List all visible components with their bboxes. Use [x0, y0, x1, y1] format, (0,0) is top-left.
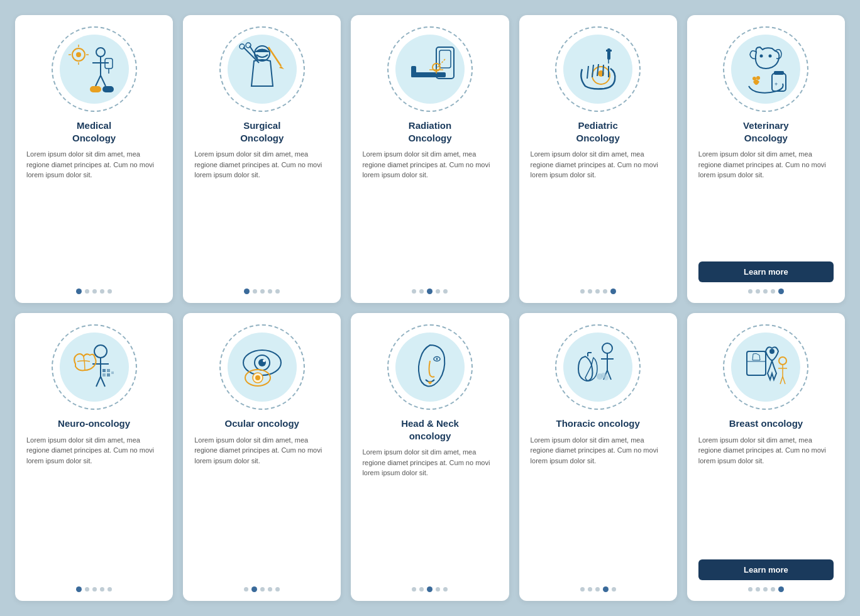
dot-3	[763, 289, 768, 294]
dot-1	[748, 587, 752, 591]
dot-2	[253, 289, 257, 294]
svg-line-32	[592, 65, 593, 77]
neuro-oncology-icon	[66, 339, 123, 395]
dot-4	[603, 289, 607, 294]
svg-rect-53	[102, 373, 106, 377]
dot-5	[275, 587, 280, 591]
pediatric-oncology-icon	[570, 41, 626, 97]
svg-rect-52	[107, 369, 110, 372]
card-radiation-oncology: Radiation Oncology Lorem ipsum dolor sit…	[351, 15, 509, 303]
dot-5	[443, 289, 448, 294]
pediatric-oncology-dots	[580, 289, 616, 294]
card-thoracic-oncology: Thoracic oncology Lorem ipsum dolor sit …	[519, 313, 677, 601]
breast-oncology-title: Breast oncology	[729, 417, 803, 430]
dot-3	[595, 289, 600, 294]
dot-5	[108, 289, 112, 294]
dot-4	[268, 587, 272, 591]
radiation-oncology-icon	[402, 41, 458, 97]
dot-5	[443, 587, 448, 591]
dot-1	[580, 289, 585, 294]
dot-5	[108, 587, 112, 591]
svg-rect-24	[411, 66, 416, 77]
svg-point-41	[752, 77, 756, 80]
dot-1	[748, 289, 752, 294]
svg-point-15	[255, 46, 270, 61]
ocular-oncology-icon	[234, 339, 290, 395]
dot-2	[419, 587, 424, 591]
breast-oncology-icon-area	[722, 323, 810, 411]
thoracic-oncology-text: Lorem ipsum dolor sit dim amet, mea regi…	[531, 435, 666, 581]
surgical-oncology-dots	[244, 289, 280, 294]
pediatric-oncology-icon-area	[554, 25, 642, 113]
breast-oncology-icon	[737, 339, 794, 395]
veterinary-oncology-icon: +	[737, 41, 794, 97]
card-neuro-oncology: Neuro-oncology Lorem ipsum dolor sit dim…	[15, 313, 173, 601]
dot-1	[412, 587, 416, 591]
head-neck-oncology-dots	[412, 586, 448, 592]
breast-learn-more-button[interactable]: Learn more	[698, 559, 834, 580]
dot-5	[610, 289, 616, 294]
breast-oncology-dots	[748, 586, 784, 592]
radiation-oncology-text: Lorem ipsum dolor sit dim amet, mea regi…	[362, 149, 497, 282]
svg-point-39	[760, 55, 763, 58]
svg-point-46	[94, 345, 107, 358]
svg-point-78	[779, 357, 786, 365]
dot-4	[771, 587, 775, 591]
thoracic-oncology-dots	[580, 586, 616, 592]
svg-line-81	[780, 377, 783, 384]
medical-oncology-title: Medical Oncology	[72, 119, 116, 144]
dot-3	[260, 587, 265, 591]
svg-text:+: +	[775, 81, 778, 87]
thoracic-oncology-icon-area	[554, 323, 642, 411]
dot-3	[763, 587, 768, 591]
card-medical-oncology: Medical Oncology Lorem ipsum dolor sit d…	[15, 15, 173, 303]
dot-1	[76, 586, 82, 592]
radiation-oncology-dots	[412, 289, 448, 294]
svg-line-82	[783, 377, 785, 384]
ocular-oncology-title: Ocular oncology	[225, 417, 299, 430]
ocular-oncology-icon-area	[218, 323, 306, 411]
svg-line-34	[603, 65, 604, 76]
svg-line-10	[101, 75, 106, 86]
svg-point-74	[604, 375, 609, 380]
dot-3	[260, 289, 265, 294]
dot-3	[595, 587, 600, 591]
card-head-neck-oncology: Head & Neck oncology Lorem ipsum dolor s…	[351, 313, 509, 601]
svg-point-18	[240, 44, 245, 49]
dot-1	[76, 289, 82, 294]
veterinary-oncology-icon-area: +	[722, 25, 810, 113]
svg-rect-14	[102, 86, 114, 92]
surgical-oncology-text: Lorem ipsum dolor sit dim amet, mea regi…	[194, 149, 329, 282]
svg-point-77	[769, 349, 775, 354]
dot-4	[100, 587, 104, 591]
svg-rect-23	[411, 72, 446, 77]
svg-point-62	[255, 375, 260, 380]
dot-4	[771, 289, 775, 294]
medical-oncology-icon-area	[50, 25, 138, 113]
dot-5	[275, 289, 280, 294]
medical-oncology-icon	[66, 41, 123, 97]
surgical-oncology-icon	[234, 41, 290, 97]
svg-point-59	[263, 360, 265, 362]
dot-2	[588, 289, 592, 294]
card-veterinary-oncology: + Veterinary Oncology Lorem ipsum dolor …	[687, 15, 845, 303]
radiation-oncology-icon-area	[386, 25, 474, 113]
dot-3	[427, 289, 433, 294]
svg-rect-55	[111, 371, 114, 374]
svg-rect-13	[90, 86, 101, 92]
dot-4	[268, 289, 272, 294]
svg-rect-44	[774, 71, 784, 75]
dot-4	[100, 289, 104, 294]
head-neck-oncology-text: Lorem ipsum dolor sit dim amet, mea regi…	[362, 447, 497, 580]
dot-1	[412, 289, 416, 294]
radiation-oncology-title: Radiation Oncology	[408, 119, 451, 144]
dot-4	[436, 587, 440, 591]
veterinary-learn-more-button[interactable]: Learn more	[698, 261, 834, 282]
thoracic-oncology-icon	[570, 339, 626, 395]
dot-4	[436, 289, 440, 294]
neuro-oncology-icon-area	[50, 323, 138, 411]
ocular-oncology-text: Lorem ipsum dolor sit dim amet, mea regi…	[194, 435, 329, 581]
dot-1	[244, 587, 248, 591]
svg-point-65	[602, 343, 612, 353]
medical-oncology-text: Lorem ipsum dolor sit dim amet, mea regi…	[26, 149, 162, 282]
